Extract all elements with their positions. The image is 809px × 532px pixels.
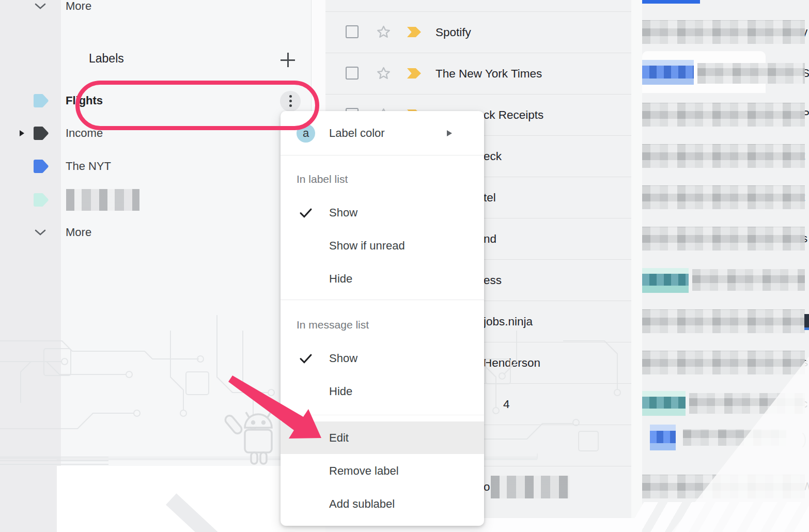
mail-row[interactable]: The New York Times <box>325 53 631 94</box>
submenu-arrow-icon <box>447 130 452 136</box>
star-icon[interactable] <box>375 24 392 41</box>
sidebar <box>61 0 312 532</box>
menu-item-label: Show <box>281 352 357 365</box>
subject-fragment: ) <box>802 430 807 448</box>
sender-name-fragment: o <box>484 466 490 507</box>
redacted-subject-row <box>642 185 805 209</box>
label-tag-icon <box>33 127 49 140</box>
select-checkbox[interactable] <box>346 25 359 38</box>
menu-section-header: In message list <box>297 319 369 331</box>
emoji-fragment <box>804 314 809 330</box>
redacted-colored-chunk <box>642 268 689 293</box>
redacted-subject-row <box>642 351 805 374</box>
expand-arrow-icon[interactable] <box>20 130 24 136</box>
sender-name-fragment: jobs.ninja <box>484 301 533 342</box>
redacted-colored-chunk <box>650 425 676 450</box>
redacted-link-fragment <box>642 0 700 4</box>
sender-name-fragment: ess <box>484 260 502 301</box>
menu-divider <box>281 155 484 155</box>
redacted-subject-row <box>692 269 805 291</box>
label-options-button[interactable] <box>280 91 301 112</box>
menu-item-remove-label[interactable]: Remove label <box>281 455 484 488</box>
redacted-subject-row <box>697 63 805 84</box>
sidebar-item-label: More <box>66 226 91 239</box>
redacted-subject-row <box>683 429 786 446</box>
redacted-label-name <box>66 189 139 211</box>
menu-divider <box>281 300 484 300</box>
menu-item-label: Show if unread <box>281 239 405 253</box>
menu-item-label: Edit <box>281 431 349 445</box>
importance-marker-icon[interactable] <box>407 68 421 79</box>
mail-row[interactable]: Spotify <box>325 11 631 53</box>
menu-item-show-if-unread[interactable]: Show if unread <box>281 229 484 262</box>
list-right-gutter <box>631 0 642 532</box>
menu-item-label: Hide <box>281 272 352 286</box>
chevron-down-icon <box>35 229 46 236</box>
redacted-subject-row <box>642 20 805 44</box>
window-left-margin <box>0 0 61 532</box>
redacted-subject-row <box>642 103 805 127</box>
chevron-down-icon <box>35 3 46 9</box>
sidebar-item-label: More <box>66 0 91 13</box>
sender-name-fragment: ck Receipts <box>484 95 543 135</box>
check-icon <box>298 351 314 366</box>
star-icon[interactable] <box>375 65 392 82</box>
menu-item-hide-label-list[interactable]: Hide <box>281 262 484 295</box>
menu-item-label: Remove label <box>281 464 399 478</box>
thread-count: 4 <box>503 384 510 425</box>
menu-item-edit[interactable]: Edit <box>281 421 484 454</box>
menu-item-label: Show <box>281 206 357 220</box>
redacted-subject-row <box>642 309 805 333</box>
redacted-colored-chunk <box>642 60 694 85</box>
redacted-subject-row <box>642 144 805 168</box>
check-icon <box>298 205 314 221</box>
sidebar-item-label: Income <box>66 127 103 140</box>
sidebar-item-label: The NYT <box>66 160 111 173</box>
menu-section-header: In label list <box>297 173 348 185</box>
redacted-sender-block <box>491 476 569 498</box>
label-options-menu: a Label color In label list Show Show if… <box>281 111 484 526</box>
label-color-avatar: a <box>297 124 315 143</box>
menu-item-hide-message-list[interactable]: Hide <box>281 375 484 408</box>
menu-item-show-label-list[interactable]: Show <box>281 196 484 229</box>
sender-name-fragment: eck <box>484 136 502 177</box>
menu-item-label-color[interactable]: a Label color <box>281 111 484 155</box>
importance-marker-icon[interactable] <box>407 27 421 37</box>
sidebar-item-label: Flights <box>66 94 103 107</box>
redacted-subject-row <box>642 475 805 498</box>
sender-name: The New York Times <box>435 53 542 94</box>
redacted-subject-row <box>689 393 805 414</box>
label-tag-icon <box>33 193 49 207</box>
label-tag-icon <box>33 160 49 173</box>
menu-item-label: Hide <box>281 385 352 398</box>
sender-name-fragment: nd <box>484 218 496 259</box>
labels-section-heading: Labels <box>89 52 124 66</box>
menu-item-add-sublabel[interactable]: Add sublabel <box>281 488 484 521</box>
redacted-subject-row <box>642 227 805 251</box>
menu-divider <box>281 415 484 415</box>
select-checkbox[interactable] <box>346 67 359 80</box>
gmail-labels-screenshot: More Labels Flights Income The NYT More … <box>0 0 809 532</box>
redacted-colored-chunk <box>642 391 686 416</box>
sender-name-fragment: Henderson <box>484 342 540 383</box>
sender-name-fragment: tel <box>484 177 496 218</box>
sender-name: Spotify <box>435 12 471 53</box>
menu-item-label: Add sublabel <box>281 497 395 511</box>
label-tag-icon <box>33 94 49 107</box>
menu-item-show-message-list[interactable]: Show <box>281 342 484 375</box>
create-label-button[interactable] <box>280 53 295 68</box>
